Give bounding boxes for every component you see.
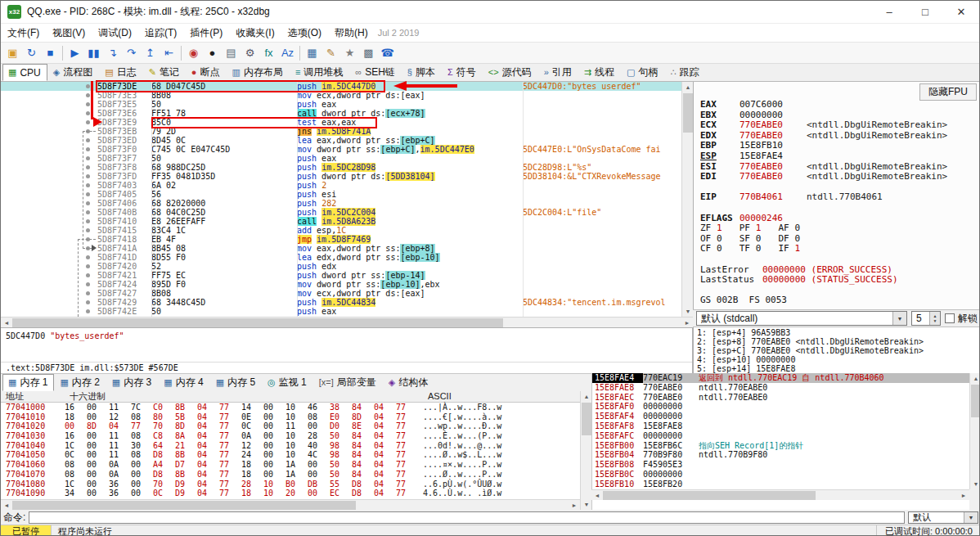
disasm-row[interactable]: 5D8F73ED8D45 0Clea eax,dword ptr ss:[ebp…: [1, 136, 681, 145]
disasm-row[interactable]: 5D8F7418EB 4Fjmp im.5D8F7469: [1, 235, 681, 244]
step-over-button[interactable]: ↷: [122, 44, 141, 62]
run-button[interactable]: ▶: [65, 44, 84, 62]
hide-fpu-button[interactable]: 隐藏FPU: [919, 83, 977, 101]
breakpoint-dot[interactable]: [86, 255, 90, 259]
tab-source[interactable]: <>源代码: [483, 64, 538, 81]
dump-row[interactable]: 770410001600117CC08B04771400104638840477…: [1, 403, 580, 412]
minimize-button[interactable]: –: [871, 1, 907, 24]
tab-memory-map[interactable]: ▥内存布局: [227, 64, 290, 81]
stack-row[interactable]: 15E8FB1015E8FB20: [592, 480, 969, 489]
stack-row[interactable]: 15E8FAF815E8FAE8: [592, 421, 969, 431]
scroll-right-icon[interactable]: ►: [958, 490, 969, 501]
disasm-hscrollbar[interactable]: ◄ ►: [1, 317, 693, 327]
dump-hscrollbar[interactable]: ◄ ►: [1, 499, 580, 510]
menu-item[interactable]: 选项(O): [281, 24, 328, 43]
breakpoints-button[interactable]: ●: [203, 44, 222, 62]
unlock-checkbox[interactable]: [945, 313, 955, 323]
breakpoint-dot[interactable]: [86, 174, 90, 178]
tab-cpu[interactable]: ▦CPU: [2, 64, 47, 81]
menu-item[interactable]: 调试(D): [92, 24, 138, 43]
stack-row[interactable]: 15E8FAF000000000: [592, 402, 969, 412]
menu-item[interactable]: 视图(V): [46, 24, 92, 43]
breakpoint-dot[interactable]: [86, 273, 90, 277]
command-profile-dropdown[interactable]: 默认 ▼: [908, 511, 978, 524]
breakpoint-dot[interactable]: [86, 282, 90, 286]
register-row[interactable]: ESP15E8FAE4: [700, 151, 980, 162]
stack-row[interactable]: 15E8FAF400000000: [592, 412, 969, 421]
tab-struct[interactable]: ◈结构体: [383, 374, 434, 391]
breakpoint-dot[interactable]: [86, 192, 90, 196]
breakpoint-dot[interactable]: [86, 210, 90, 214]
disasm-row[interactable]: 5D8F741A8B45 08mov eax,dword ptr ss:[ebp…: [1, 244, 681, 253]
disasm-row[interactable]: 5D8F742968 3448C45Dpush im.5DC448345DC44…: [1, 298, 681, 307]
disasm-row[interactable]: 5D8F740668 82020000push 282: [1, 199, 681, 208]
tab-references[interactable]: »引用: [538, 64, 578, 81]
breakpoint-dot[interactable]: [86, 291, 90, 295]
step-into-button[interactable]: ↴: [103, 44, 122, 62]
tab-log[interactable]: ▤日志: [99, 64, 142, 81]
breakpoint-dot[interactable]: [86, 120, 90, 124]
stack-argument-line[interactable]: 1: [esp+4] 96A59BB3: [697, 328, 980, 337]
memory-page-button[interactable]: ▤: [222, 44, 241, 62]
close-button[interactable]: ✕: [943, 1, 979, 24]
stack-hscrollbar[interactable]: ◄ ►: [591, 489, 969, 500]
tab-dump5[interactable]: ▦内存 5: [210, 374, 262, 391]
stack-row[interactable]: 15E8FAE8770EABE0ntdll.770EABE0: [592, 383, 969, 393]
disasm-row[interactable]: 5D8F73F0C745 0C E047C45Dmov dword ptr ss…: [1, 145, 681, 154]
tab-watch1[interactable]: ◎监视 1: [262, 374, 313, 391]
stop-debug-button[interactable]: ■: [41, 44, 60, 62]
breakpoint-dot[interactable]: [86, 228, 90, 232]
stack-argument-line[interactable]: 3: [esp+C] 770EABE0 <ntdll.DbgUiRemoteBr…: [697, 346, 980, 355]
breakpoint-dot[interactable]: [86, 165, 90, 169]
scroll-thumb[interactable]: [582, 403, 591, 435]
disasm-row[interactable]: 5D8F742E50push eax: [1, 307, 681, 316]
stack-argument-line[interactable]: 4: [esp+10] 00000000: [697, 355, 980, 364]
disasm-row[interactable]: 5D8F7410E8 26EEFAFFcall im.5D8A623B: [1, 217, 681, 226]
breakpoint-dot[interactable]: [86, 84, 90, 88]
scroll-left-icon[interactable]: ◄: [1, 500, 12, 511]
dump-row[interactable]: 77041020008D0477708D04770C001100D08E0477…: [1, 421, 580, 431]
breakpoint-dot[interactable]: [86, 309, 90, 313]
scroll-down-icon[interactable]: ▼: [970, 479, 980, 489]
tab-handles[interactable]: ▢句柄: [621, 64, 664, 81]
stack-vscrollbar[interactable]: ▲ ▼: [969, 373, 980, 489]
dump-row[interactable]: 7704103016001108C88A04770A00102850840477…: [1, 431, 580, 441]
breakpoint-dot[interactable]: [86, 201, 90, 205]
breakpoint-dot[interactable]: [86, 183, 90, 187]
tab-seh[interactable]: ∞SEH链: [349, 64, 402, 81]
breakpoint-dot[interactable]: [86, 264, 90, 268]
disasm-row[interactable]: 5D8F7424895D F0mov dword ptr ss:[ebp-10]…: [1, 280, 681, 289]
unlock-toggle[interactable]: 解锁: [945, 312, 978, 326]
execute-till-return-button[interactable]: ⇤: [160, 44, 178, 62]
breakpoint-dot[interactable]: [86, 156, 90, 160]
menu-item[interactable]: 收藏夹(I): [229, 24, 281, 43]
stack-row[interactable]: 15E8FAEC770EABE0ntdll.770EABE0: [592, 393, 969, 403]
step-out-button[interactable]: ↥: [141, 44, 160, 62]
scroll-thumb[interactable]: [12, 318, 503, 327]
register-row[interactable]: EIP770B4061ntdll.770B4061: [700, 192, 980, 203]
dump-row[interactable]: 77041090340036000CD9047718102000ECD80477…: [1, 489, 580, 498]
scroll-left-icon[interactable]: ◄: [591, 490, 603, 501]
dump-row[interactable]: 7704106008000A00A4D7047718001A0050840477…: [1, 460, 580, 470]
register-row[interactable]: EAX007C6000: [700, 100, 980, 110]
calculator-button[interactable]: ▩: [359, 44, 378, 62]
calling-convention-dropdown[interactable]: 默认 (stdcall) ▼: [696, 311, 907, 326]
scroll-left-icon[interactable]: ◄: [1, 318, 12, 328]
patches-button[interactable]: ▦: [303, 44, 321, 62]
disasm-row[interactable]: 5D8F74278B08mov ecx,dword ptr ds:[eax]: [1, 289, 681, 298]
attach-button[interactable]: ☎: [378, 44, 397, 62]
dump-vscrollbar[interactable]: ▲ ▼: [580, 391, 591, 510]
breakpoint-dot[interactable]: [86, 138, 90, 142]
disasm-row[interactable]: 5D8F73FDFF35 0481D35Dpush dword ptr ds:[…: [1, 172, 681, 181]
command-input[interactable]: [29, 511, 905, 524]
arg-count-stepper[interactable]: 5 ▲▼: [911, 311, 941, 326]
tab-script[interactable]: §脚本: [402, 64, 442, 81]
scroll-up-icon[interactable]: ▲: [581, 391, 592, 402]
tab-symbols[interactable]: Σ符号: [442, 64, 483, 81]
favourites-button[interactable]: ★: [340, 44, 359, 62]
stepper-arrows-icon[interactable]: ▲▼: [929, 312, 940, 325]
tab-dump1[interactable]: ▦内存 1: [2, 374, 54, 391]
tab-dump4[interactable]: ▦内存 4: [158, 374, 209, 391]
menu-item[interactable]: 追踪(T): [138, 24, 183, 43]
script-fx-button[interactable]: fx: [259, 44, 278, 62]
